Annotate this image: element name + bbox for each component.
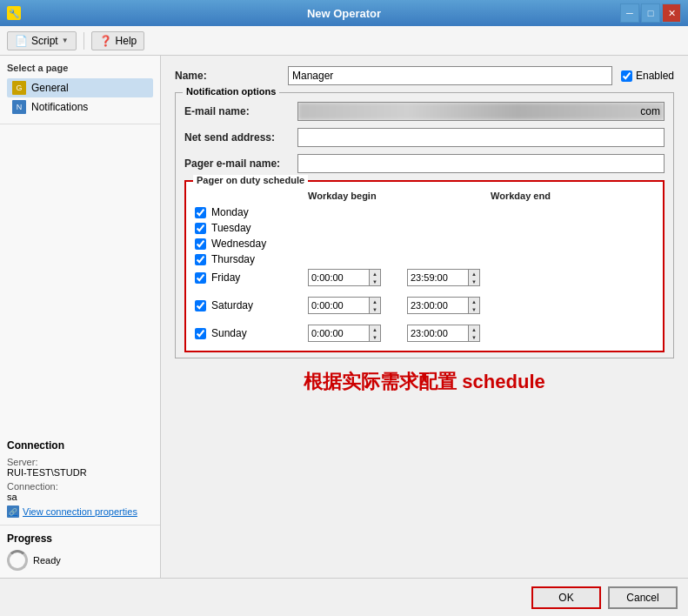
help-label: Help <box>116 35 137 47</box>
thursday-checkbox[interactable] <box>195 254 206 265</box>
friday-begin-input[interactable] <box>308 269 369 286</box>
pager-schedule-title: Pager on duty schedule <box>193 175 308 185</box>
saturday-end-down[interactable]: ▼ <box>469 305 479 313</box>
progress-spinner <box>7 550 28 571</box>
monday-checkbox[interactable] <box>195 207 206 218</box>
saturday-begin-up[interactable]: ▲ <box>370 298 380 305</box>
toolbar: 📄 Script ▼ ❓ Help <box>0 26 688 56</box>
tuesday-checkbox[interactable] <box>195 223 206 234</box>
sunday-begin-down[interactable]: ▼ <box>370 333 380 341</box>
tuesday-day: Tuesday <box>195 222 308 234</box>
connection-title: Connection <box>7 439 153 452</box>
select-page-title: Select a page <box>7 63 153 73</box>
sunday-end-spin: ▲ ▼ <box>468 325 480 342</box>
enabled-checkbox[interactable] <box>621 70 632 82</box>
monday-row: Monday <box>195 206 654 218</box>
monday-label: Monday <box>211 206 249 218</box>
script-button[interactable]: 📄 Script ▼ <box>7 31 77 50</box>
friday-begin-up[interactable]: ▲ <box>370 270 380 278</box>
view-connection-link[interactable]: 🔗 View connection properties <box>7 506 153 518</box>
sunday-begin-field: ▲ ▼ <box>308 325 381 342</box>
pager-email-label: Pager e-mail name: <box>184 157 297 170</box>
email-label: E-mail name: <box>184 105 297 117</box>
script-icon: 📄 <box>15 35 28 47</box>
net-send-input[interactable] <box>297 128 665 147</box>
connection-section: Connection Server: RUI-TEST\STUDR Connec… <box>0 432 160 526</box>
close-button[interactable]: ✕ <box>662 3 681 23</box>
friday-end-down[interactable]: ▼ <box>469 278 479 285</box>
name-input[interactable] <box>288 66 612 85</box>
tuesday-label: Tuesday <box>211 222 251 234</box>
workday-end-header: Workday end <box>491 191 578 201</box>
friday-row: Friday ▲ ▼ <box>195 269 654 286</box>
tuesday-row: Tuesday <box>195 222 654 234</box>
sunday-end-field: ▲ ▼ <box>407 325 480 342</box>
notification-options-group: Notification options E-mail name: com Ne… <box>175 92 674 358</box>
wednesday-label: Wednesday <box>211 238 266 250</box>
maximize-button[interactable]: □ <box>641 3 660 23</box>
view-connection-text: View connection properties <box>23 506 137 517</box>
connection-value: sa <box>7 492 153 502</box>
saturday-begin-spin: ▲ ▼ <box>369 297 381 314</box>
friday-end-spin: ▲ ▼ <box>468 269 480 286</box>
sidebar-item-notifications[interactable]: N Notifications <box>7 97 153 117</box>
saturday-end-input[interactable] <box>407 297 468 314</box>
wednesday-checkbox[interactable] <box>195 238 206 250</box>
content-area: Select a page G General N Notifications … <box>0 56 688 578</box>
footer: OK Cancel <box>0 578 688 616</box>
ok-button[interactable]: OK <box>531 586 601 609</box>
monday-day: Monday <box>195 206 308 218</box>
net-send-label: Net send address: <box>184 131 297 144</box>
saturday-begin-down[interactable]: ▼ <box>370 305 380 313</box>
sidebar-label-general: General <box>31 82 69 94</box>
sunday-end-up[interactable]: ▲ <box>469 325 479 333</box>
friday-end-up[interactable]: ▲ <box>469 270 479 278</box>
email-input[interactable]: com <box>297 102 665 121</box>
general-icon: G <box>12 81 26 95</box>
link-icon: 🔗 <box>7 506 19 518</box>
wednesday-row: Wednesday <box>195 238 654 250</box>
sidebar-item-general[interactable]: G General <box>7 78 153 97</box>
schedule-grid: Workday begin Workday end Monday <box>195 191 654 342</box>
pager-email-input[interactable] <box>297 154 665 173</box>
sidebar: Select a page G General N Notifications … <box>0 56 161 578</box>
saturday-checkbox[interactable] <box>195 300 206 311</box>
title-controls: ─ □ ✕ <box>620 3 681 23</box>
pager-schedule-box: Pager on duty schedule Workday begin Wor… <box>184 180 665 352</box>
saturday-end-up[interactable]: ▲ <box>469 298 479 305</box>
enabled-label: Enabled <box>636 70 674 82</box>
script-dropdown-arrow: ▼ <box>62 37 69 44</box>
sunday-day: Sunday <box>195 327 308 339</box>
friday-begin-spin: ▲ ▼ <box>369 269 381 286</box>
progress-section: Progress Ready <box>0 526 160 578</box>
sunday-begin-up[interactable]: ▲ <box>370 325 380 333</box>
saturday-row: Saturday ▲ ▼ <box>195 297 654 314</box>
name-row: Name: Enabled <box>175 66 674 85</box>
progress-status: Ready <box>33 555 61 566</box>
net-send-row: Net send address: <box>184 128 665 147</box>
progress-indicator: Ready <box>7 550 153 571</box>
script-label: Script <box>31 35 58 47</box>
sunday-row: Sunday ▲ ▼ <box>195 325 654 342</box>
cancel-button[interactable]: Cancel <box>608 586 678 609</box>
sunday-end-down[interactable]: ▼ <box>469 333 479 341</box>
sunday-begin-input[interactable] <box>308 325 369 342</box>
title-bar: 🔧 New Operator ─ □ ✕ <box>0 0 688 26</box>
sidebar-nav-section: Select a page G General N Notifications <box>0 56 160 124</box>
minimize-button[interactable]: ─ <box>620 3 639 23</box>
friday-checkbox[interactable] <box>195 272 206 284</box>
enabled-checkbox-row: Enabled <box>621 70 674 82</box>
friday-end-input[interactable] <box>407 269 468 286</box>
thursday-row: Thursday <box>195 253 654 265</box>
help-button[interactable]: ❓ Help <box>91 31 145 50</box>
pager-email-row: Pager e-mail name: <box>184 154 665 173</box>
main-window: 📄 Script ▼ ❓ Help Select a page G Genera… <box>0 26 688 616</box>
saturday-end-spin: ▲ ▼ <box>468 297 480 314</box>
saturday-begin-input[interactable] <box>308 297 369 314</box>
sunday-checkbox[interactable] <box>195 328 206 339</box>
sunday-end-input[interactable] <box>407 325 468 342</box>
help-icon: ❓ <box>99 35 112 47</box>
friday-begin-down[interactable]: ▼ <box>370 278 380 285</box>
notification-options-title: Notification options <box>183 86 279 97</box>
progress-title: Progress <box>7 532 153 545</box>
